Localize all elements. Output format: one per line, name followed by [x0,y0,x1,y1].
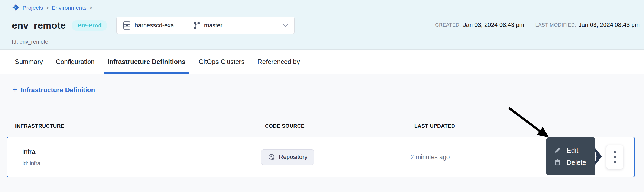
repository-icon [123,21,131,30]
plus-icon: + [12,85,18,94]
breadcrumb-separator: > [89,5,93,11]
env-type-badge: Pre-Prod [72,20,107,31]
tab-bar: Summary Configuration Infrastructure Def… [0,50,644,74]
timestamps: CREATED: Jan 03, 2024 08:43 pm LAST MODI… [435,21,640,29]
column-header-code-source: CODE SOURCE [265,123,414,129]
tab-configuration[interactable]: Configuration [52,50,98,74]
repository-store-icon [268,153,275,161]
chevron-down-icon [282,24,288,27]
tab-referenced-by[interactable]: Referenced by [254,50,304,74]
row-context-menu: Edit Delete [546,137,595,175]
infrastructure-name: infra [22,148,261,156]
cell-code-source: Repository [261,149,411,165]
breadcrumb-projects[interactable]: Projects [23,5,43,11]
tab-summary[interactable]: Summary [11,50,46,74]
repo-branch-selector[interactable]: harnesscd-exa... master [116,17,295,34]
kebab-dot [614,151,616,153]
code-source-badge: Repository [261,149,314,165]
trash-icon [554,159,561,166]
git-branch-icon [193,21,200,30]
kebab-dot [614,161,616,163]
page-header: ❖ Projects > Environments > env_remote P… [0,0,644,50]
code-source-label: Repository [279,153,307,161]
breadcrumb: ❖ Projects > Environments > [12,0,644,12]
menu-item-edit[interactable]: Edit [554,146,595,154]
add-button-label: Infrastructure Definition [21,86,95,94]
menu-item-edit-label: Edit [567,146,578,154]
row-options-menu-button[interactable] [606,145,623,169]
infrastructure-id: Id: infra [22,160,261,167]
column-header-last-updated: LAST UPDATED [414,123,644,129]
pencil-icon [554,147,561,154]
table-header-row: INFRASTRUCTURE CODE SOURCE LAST UPDATED [0,106,644,129]
kebab-dot [614,156,616,158]
last-modified-value: Jan 03, 2024 08:43 pm [579,21,640,28]
breadcrumb-separator: > [46,5,49,11]
repository-name: harnesscd-exa... [135,22,179,29]
breadcrumb-environments[interactable]: Environments [52,5,86,11]
column-header-infrastructure: INFRASTRUCTURE [15,123,265,129]
selector-divider [186,20,186,31]
infrastructure-row-infra[interactable]: infra Id: infra [7,137,635,177]
cell-infrastructure: infra Id: infra [22,148,261,167]
branch-name: master [204,22,222,29]
add-infrastructure-definition-button[interactable]: + Infrastructure Definition [12,86,95,94]
page-title: env_remote [12,20,66,31]
environment-details-page: ❖ Projects > Environments > env_remote P… [0,0,644,192]
harness-projects-icon: ❖ [12,3,20,12]
created-label: CREATED: [435,22,461,28]
entity-id: Id: env_remote [12,39,644,45]
menu-item-delete-label: Delete [567,159,586,167]
timestamp-divider [530,21,530,29]
created-value: Jan 03, 2024 08:43 pm [463,21,524,28]
tab-gitops-clusters[interactable]: GitOps Clusters [195,50,248,74]
tab-infrastructure-definitions[interactable]: Infrastructure Definitions [104,50,189,74]
menu-item-delete[interactable]: Delete [554,159,595,167]
last-modified-label: LAST MODIFIED: [535,22,576,28]
